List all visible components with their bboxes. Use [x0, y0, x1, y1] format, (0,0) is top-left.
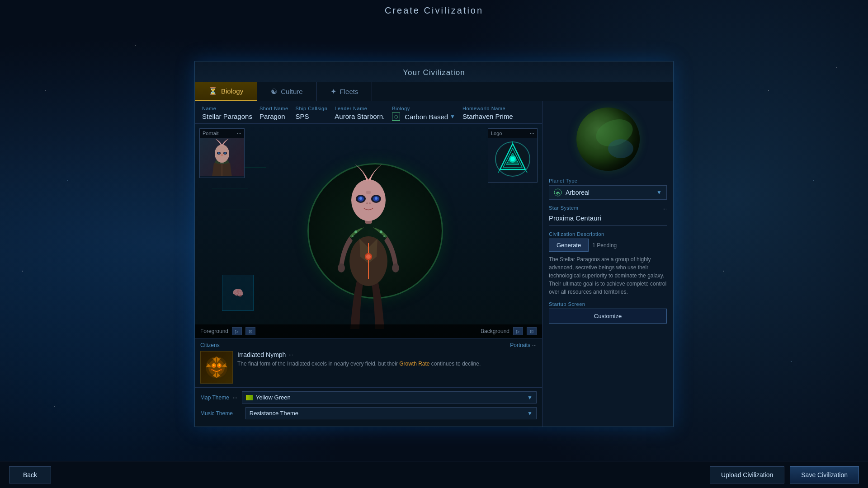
portrait-header: Portrait ···	[200, 129, 244, 138]
svg-point-35	[366, 191, 371, 194]
biology-icon: ⏳	[208, 87, 217, 95]
map-theme-menu[interactable]: ···	[233, 394, 237, 401]
music-theme-selector[interactable]: Resistance Theme ▼	[245, 407, 537, 419]
biology-field: Biology ⬡ Carbon Based ▼	[392, 106, 455, 121]
upload-button[interactable]: Upload Civilization	[710, 466, 784, 483]
logo-menu[interactable]: ···	[530, 130, 534, 136]
portrait-box: Portrait ···	[199, 128, 245, 178]
portrait-image[interactable]	[200, 138, 244, 176]
portraits-menu[interactable]: ···	[532, 342, 537, 348]
svg-point-14	[510, 157, 515, 161]
civ-description-text: The Stellar Paragons are a group of high…	[549, 255, 667, 296]
main-character-svg	[319, 148, 418, 338]
svg-point-5	[218, 152, 220, 154]
window-title: Your Civilization	[195, 61, 673, 82]
citizens-header: Citizens Portraits ···	[200, 342, 537, 348]
map-theme-arrow: ▼	[527, 394, 533, 401]
star-system-value[interactable]: Proxima Centauri	[549, 214, 667, 226]
bottom-bar: Back Upload Civilization Save Civilizati…	[0, 461, 868, 488]
citizen-description: The final form of the Irradiated excels …	[237, 360, 537, 368]
biology-arrow: ▼	[450, 113, 455, 120]
planet-type-selector[interactable]: Arboreal ▼	[549, 185, 667, 200]
alien-portrait-svg	[206, 138, 238, 176]
tab-fleets[interactable]: ✦ Fleets	[317, 82, 373, 101]
svg-point-32	[375, 197, 377, 200]
content-area: Name Stellar Paragons Short Name Paragon…	[195, 101, 673, 427]
tab-biology[interactable]: ⏳ Biology	[195, 82, 257, 101]
save-button[interactable]: Save Civilization	[790, 466, 859, 483]
foreground-camera-icon[interactable]: ▷	[232, 327, 242, 335]
right-buttons: Upload Civilization Save Civilization	[710, 466, 859, 483]
logo-header: Logo ···	[488, 129, 537, 138]
page-title: Create Civilization	[385, 5, 483, 16]
svg-point-47	[219, 365, 220, 366]
homeworld-field: Homeworld Name Starhaven Prime	[462, 106, 513, 121]
planet-type-section: Planet Type Arboreal ▼	[549, 178, 667, 200]
pending-badge: 1 Pending	[592, 242, 617, 249]
svg-point-38	[352, 235, 354, 237]
svg-point-24	[392, 263, 399, 272]
citizens-section: Citizens Portraits ···	[195, 338, 542, 387]
background-camera-icon[interactable]: ▷	[513, 327, 523, 335]
arboreal-icon	[554, 188, 562, 197]
svg-point-49	[220, 369, 222, 371]
short-name-field: Short Name Paragon	[259, 106, 288, 121]
themes-section: Map Theme ··· Yellow Green ▼ Music Theme…	[195, 387, 542, 427]
foreground-image-icon[interactable]: ⊡	[245, 327, 255, 335]
svg-point-7	[221, 154, 223, 156]
civ-desc-controls: Generate 1 Pending	[549, 239, 667, 252]
svg-point-34	[369, 202, 371, 204]
background-image-icon[interactable]: ⊡	[527, 327, 537, 335]
music-theme-arrow: ▼	[527, 410, 533, 417]
left-panel: Name Stellar Paragons Short Name Paragon…	[195, 101, 542, 427]
fields-row: Name Stellar Paragons Short Name Paragon…	[195, 101, 542, 124]
citizen-name-row: Irradiated Nymph ···	[237, 351, 537, 358]
star-system-menu[interactable]: ···	[662, 206, 667, 212]
citizen-item: Irradiated Nymph ··· The final form of t…	[200, 351, 537, 384]
name-field: Name Stellar Paragons	[202, 106, 252, 121]
logo-image[interactable]	[488, 138, 537, 181]
svg-point-23	[338, 263, 345, 272]
map-theme-selector[interactable]: Yellow Green ▼	[242, 391, 537, 404]
tabs-bar: ⏳ Biology ☯ Culture ✦ Fleets	[195, 82, 673, 101]
biology-type-icon: ⬡	[392, 113, 400, 121]
svg-point-37	[380, 230, 382, 233]
creature-svg	[203, 354, 230, 381]
svg-point-31	[359, 197, 362, 200]
music-theme-row: Music Theme Resistance Theme ▼	[200, 407, 537, 419]
svg-point-2	[215, 145, 229, 163]
citizen-menu[interactable]: ···	[288, 352, 293, 358]
citizen-portrait[interactable]	[200, 351, 233, 384]
svg-point-6	[224, 152, 226, 154]
svg-point-39	[383, 235, 385, 237]
character-display: 🧠 Portrait ···	[195, 124, 542, 338]
svg-point-22	[366, 254, 371, 259]
svg-point-46	[213, 365, 215, 366]
planet-display	[549, 108, 667, 171]
star-system-header: Star System ···	[549, 205, 667, 212]
ship-callsign-field: Ship Callsign SPS	[296, 106, 328, 121]
svg-point-48	[211, 369, 213, 371]
fg-bg-bar: Foreground ▷ ⊡ Background ▷ ⊡	[195, 324, 542, 338]
biology-dropdown[interactable]: ⬡ Carbon Based ▼	[392, 113, 455, 121]
back-button[interactable]: Back	[9, 466, 51, 483]
svg-point-41	[208, 359, 225, 375]
planet-type-arrow: ▼	[656, 189, 662, 196]
map-theme-row: Map Theme ··· Yellow Green ▼	[200, 391, 537, 404]
culture-icon: ☯	[271, 87, 277, 96]
portrait-menu[interactable]: ···	[237, 130, 241, 136]
generate-button[interactable]: Generate	[549, 239, 589, 252]
map-theme-color	[246, 395, 253, 400]
right-panel: Planet Type Arboreal ▼ Star	[542, 101, 673, 427]
startup-section: Startup Screen Customize	[549, 301, 667, 324]
civilization-logo-svg	[494, 140, 532, 178]
main-window: Your Civilization ⏳ Biology ☯ Culture ✦ …	[194, 61, 674, 427]
customize-button[interactable]: Customize	[549, 309, 667, 324]
star-system-section: Star System ··· Proxima Centauri	[549, 205, 667, 226]
svg-point-36	[354, 230, 357, 233]
logo-box: Logo ···	[488, 128, 538, 183]
homeworld-planet	[576, 108, 640, 171]
tab-culture[interactable]: ☯ Culture	[257, 82, 316, 101]
fleets-icon: ✦	[330, 87, 336, 96]
svg-point-33	[366, 202, 368, 204]
